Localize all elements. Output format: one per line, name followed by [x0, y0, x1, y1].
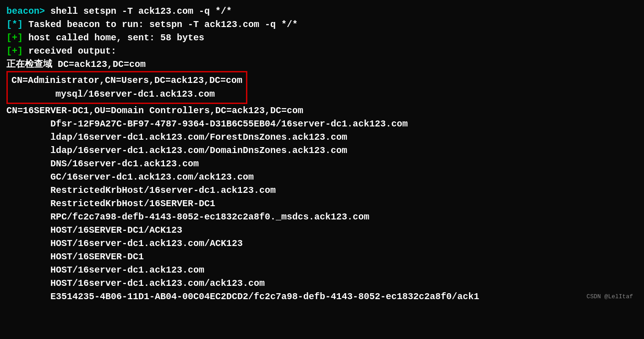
ldap2-line: ldap/16server-dc1.ack123.com/DomainDnsZo…: [6, 144, 638, 157]
ldap1-line: ldap/16server-dc1.ack123.com/ForestDnsZo…: [6, 131, 638, 144]
command-text: shell setspn -T ack123.com -q */*: [45, 6, 232, 16]
host-prefix: [+]: [6, 33, 23, 43]
tasked-text: Tasked beacon to run: setspn -T ack123.c…: [23, 19, 298, 30]
host-text: host called home, sent: 58 bytes: [23, 33, 204, 43]
dns-line: DNS/16server-dc1.ack123.com: [6, 157, 638, 170]
tasked-prefix: [*]: [6, 19, 23, 30]
received-line: [+] received output:: [6, 44, 638, 58]
checking-line: 正在检查域 DC=ack123,DC=com: [6, 58, 638, 71]
watermark: CSDN @LelItaf: [587, 293, 633, 301]
prompt-line: beacon> shell setspn -T ack123.com -q */…: [6, 5, 638, 18]
e35-line: E3514235-4B06-11D1-AB04-00C04EC2DCD2/fc2…: [6, 290, 638, 303]
host1-line: HOST/16SERVER-DC1/ACK123: [6, 224, 638, 237]
highlight-block: CN=Administrator,CN=Users,DC=ack123,DC=c…: [6, 71, 247, 104]
prompt-beacon: beacon>: [6, 6, 45, 16]
cn16server-line: CN=16SERVER-DC1,OU=Domain Controllers,DC…: [6, 104, 638, 117]
highlight-line-2: mysql/16server-dc1.ack123.com: [11, 87, 242, 101]
host2-line: HOST/16server-dc1.ack123.com/ACK123: [6, 237, 638, 250]
tasked-line: [*] Tasked beacon to run: setspn -T ack1…: [6, 18, 638, 31]
host5-line: HOST/16server-dc1.ack123.com/ack123.com: [6, 277, 638, 290]
received-text: received output:: [23, 46, 116, 56]
dfsr-line: Dfsr-12F9A27C-BF97-4787-9364-D31B6C55EB0…: [6, 117, 638, 131]
host-line: [+] host called home, sent: 58 bytes: [6, 31, 638, 44]
host3-line: HOST/16SERVER-DC1: [6, 250, 638, 263]
rkh-fqdn-line: RestrictedKrbHost/16server-dc1.ack123.co…: [6, 184, 638, 197]
checking-text: 正在检查域 DC=ack123,DC=com: [6, 59, 146, 70]
terminal-window: beacon> shell setspn -T ack123.com -q */…: [6, 5, 638, 303]
highlighted-block-wrapper: CN=Administrator,CN=Users,DC=ack123,DC=c…: [6, 71, 638, 104]
gc-line: GC/16server-dc1.ack123.com/ack123.com: [6, 170, 638, 184]
received-prefix: [+]: [6, 46, 23, 56]
rkh-short-line: RestrictedKrbHost/16SERVER-DC1: [6, 197, 638, 210]
highlight-line-1: CN=Administrator,CN=Users,DC=ack123,DC=c…: [11, 74, 242, 87]
rpc-line: RPC/fc2c7a98-defb-4143-8052-ec1832c2a8f0…: [6, 210, 638, 224]
host4-line: HOST/16server-dc1.ack123.com: [6, 263, 638, 277]
